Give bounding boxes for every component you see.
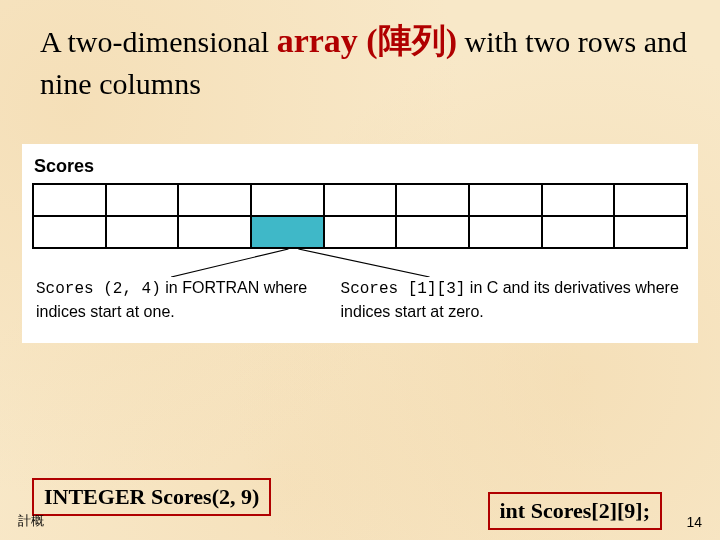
title-emph: array (陣列) [277,22,457,59]
grid-cell [396,184,469,216]
fortran-declaration: INTEGER Scores(2, 9) [32,478,271,516]
grid-cell [324,216,397,248]
svg-line-0 [171,249,288,277]
grid-cell [106,216,179,248]
grid-cell [33,216,106,248]
grid-cell [33,184,106,216]
array-label: Scores [32,156,688,177]
c-declaration: int Scores[2][9]; [488,492,663,530]
figure-captions: Scores (2, 4) in FORTRAN where indices s… [32,277,688,322]
grid-cell-highlighted [251,216,324,248]
slide-title: A two-dimensional array (陣列) with two ro… [0,0,720,104]
page-number: 14 [686,514,702,530]
title-pre: A two-dimensional [40,25,277,58]
array-figure: Scores Scores (2, 4) in FORTRAN where in… [22,144,698,342]
caption-c-code: Scores [1][3] [341,280,466,298]
caption-fortran: Scores (2, 4) in FORTRAN where indices s… [36,277,341,322]
grid-cell [396,216,469,248]
grid-cell [542,184,615,216]
grid-cell [251,184,324,216]
grid-cell [614,184,687,216]
footer-label: 計概 [18,512,44,530]
caption-c: Scores [1][3] in C and its derivatives w… [341,277,684,322]
grid-cell [542,216,615,248]
caption-fortran-code: Scores (2, 4) [36,280,161,298]
grid-cell [324,184,397,216]
grid-cell [106,184,179,216]
grid-cell [469,184,542,216]
grid-cell [614,216,687,248]
grid-cell [178,184,251,216]
array-grid [32,183,688,249]
grid-cell [178,216,251,248]
svg-line-1 [298,249,429,277]
pointer-lines [32,249,688,277]
grid-cell [469,216,542,248]
